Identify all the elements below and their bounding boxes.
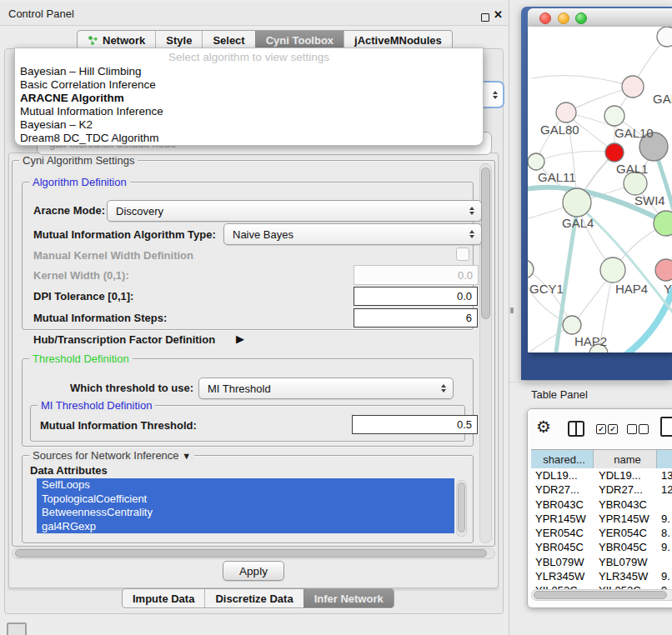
node-red[interactable] xyxy=(605,143,624,162)
show-columns-icon[interactable] xyxy=(568,421,584,437)
table-row[interactable]: YDL19...YDL19...13 xyxy=(531,468,672,482)
deselect-all-checkbox-icon[interactable] xyxy=(639,424,649,434)
tab-discretize-data[interactable]: Discretize Data xyxy=(204,589,303,608)
node-label: GAL4 xyxy=(562,216,594,230)
kernel-width-field[interactable]: 0.0 xyxy=(354,265,479,285)
node-gal80[interactable] xyxy=(556,102,576,122)
which-threshold-combo[interactable]: MI Threshold xyxy=(198,378,454,399)
table-row[interactable]: YBL079WYBL079W xyxy=(531,555,672,569)
table-row[interactable]: YBR045CYBR045C9. xyxy=(531,540,672,554)
mi-steps-field[interactable]: 6 xyxy=(354,308,478,328)
control-panel-titlebar: Control Panel ✕ xyxy=(0,2,509,26)
scrollbar-thumb[interactable] xyxy=(458,482,465,532)
mi-steps-label: Mutual Information Steps: xyxy=(33,312,167,324)
kernel-width-value: 0.0 xyxy=(458,269,473,282)
select-all-checkbox-icon[interactable]: ✓ xyxy=(596,424,606,434)
attribute-item[interactable]: BetweennessCentrality xyxy=(37,506,454,520)
scrollbar-thumb[interactable] xyxy=(15,549,487,558)
node-pink-right[interactable] xyxy=(655,259,672,281)
column-header[interactable] xyxy=(657,450,672,469)
tab-impute-data[interactable]: Impute Data xyxy=(123,589,204,608)
node-hap2[interactable] xyxy=(563,316,581,334)
table-cell: YIL052C xyxy=(594,583,657,589)
column-header[interactable]: name xyxy=(594,450,657,469)
attributes-scrollbar[interactable] xyxy=(456,480,467,537)
node-gal10[interactable] xyxy=(604,106,624,126)
gear-icon[interactable]: ⚙ xyxy=(536,418,551,435)
scrollbar-thumb[interactable] xyxy=(481,168,490,319)
mi-type-combo[interactable]: Naive Bayes xyxy=(223,223,482,245)
table-row[interactable]: YLR345WYLR345W9. xyxy=(531,569,672,583)
sources-collapse-arrow-icon[interactable]: ▼ xyxy=(182,451,191,461)
close-icon[interactable]: ✕ xyxy=(494,8,503,21)
settings-horizontal-scrollbar[interactable] xyxy=(12,548,495,559)
algorithm-item[interactable]: Mutual Information Inference xyxy=(15,105,483,118)
deselect-all-checkbox-icon[interactable] xyxy=(627,424,637,434)
algorithm-item[interactable]: Dream8 DC_TDC Algorithm xyxy=(15,132,483,145)
table-cell: 8. xyxy=(657,526,672,540)
table-cell: YDR27... xyxy=(531,482,594,497)
node-hap4[interactable] xyxy=(600,258,625,282)
tab-network[interactable]: Network xyxy=(78,31,155,49)
panel-resize-handle[interactable] xyxy=(510,308,514,313)
scrollbar-thumb[interactable] xyxy=(534,591,667,599)
apply-button[interactable]: Apply xyxy=(223,561,284,581)
mi-type-value: Naive Bayes xyxy=(233,228,293,241)
select-all-checkbox-icon[interactable]: ✓ xyxy=(608,424,618,434)
node-top-partial[interactable] xyxy=(657,27,672,47)
screen: { "window": { "title": "Control Panel" }… xyxy=(0,0,672,635)
mi-threshold-value: 0.5 xyxy=(457,418,472,431)
table-row[interactable]: YDR27...YDR27...12 xyxy=(531,482,672,497)
attribute-item[interactable]: TopologicalCoefficient xyxy=(37,492,454,507)
zoom-button[interactable] xyxy=(575,12,587,24)
dpi-tolerance-field[interactable]: 0.0 xyxy=(354,287,478,306)
settings-vertical-scrollbar[interactable] xyxy=(479,163,492,543)
table-cell: YDL19... xyxy=(531,468,594,482)
control-panel: Control Panel ✕ NetworkStyleSelectCyni T… xyxy=(0,0,509,635)
aracne-mode-combo[interactable]: Discovery xyxy=(107,200,482,222)
table-row[interactable]: YER054CYER054C8. xyxy=(531,526,672,540)
attribute-item[interactable]: SelfLoops xyxy=(37,478,454,492)
table-row[interactable]: YBR043CYBR043C xyxy=(531,498,672,512)
tab-select[interactable]: Select xyxy=(202,31,254,49)
node-label: GAL80 xyxy=(540,122,579,137)
network-window-titlebar[interactable] xyxy=(528,8,672,28)
node-green-right[interactable] xyxy=(654,211,672,236)
tab-jactivemnodules[interactable]: jActiveMNodules xyxy=(344,31,452,49)
table-row[interactable]: YIL052CYIL052C9. xyxy=(531,583,672,589)
node-gal11[interactable] xyxy=(528,153,544,170)
minimized-panel-icon[interactable] xyxy=(7,622,27,635)
algorithm-item[interactable]: ARACNE Algorithm xyxy=(15,92,483,105)
float-window-icon[interactable] xyxy=(481,13,489,22)
tab-style[interactable]: Style xyxy=(155,31,202,49)
tab-label: Discretize Data xyxy=(215,592,293,605)
aracne-mode-value: Discovery xyxy=(116,205,163,218)
attribute-item[interactable]: gal4RGexp xyxy=(37,520,454,534)
table-row[interactable]: YPR145WYPR145W9. xyxy=(531,512,672,526)
tab-label: Style xyxy=(166,34,192,47)
node-gcy1[interactable] xyxy=(528,260,534,278)
algorithm-item[interactable]: Basic Correlation Inference xyxy=(15,78,483,92)
node-label: GAL11 xyxy=(538,170,576,184)
close-button[interactable] xyxy=(539,12,551,24)
node-label: HAP2 xyxy=(574,334,607,348)
algorithm-item[interactable]: Bayesian – K2 xyxy=(15,118,483,132)
mi-threshold-field[interactable]: 0.5 xyxy=(352,415,478,434)
which-threshold-label: Which threshold to use: xyxy=(70,382,193,394)
tab-infer-network[interactable]: Infer Network xyxy=(303,589,394,608)
minimize-button[interactable] xyxy=(558,12,569,24)
tab-label: Network xyxy=(103,34,145,47)
panel-title: Control Panel xyxy=(8,8,74,20)
hub-expand-arrow-icon[interactable]: ▶ xyxy=(236,332,244,345)
node-gal4[interactable] xyxy=(563,188,591,217)
export-table-icon[interactable] xyxy=(660,417,672,437)
divider xyxy=(509,382,672,382)
node-gal-top[interactable] xyxy=(622,76,644,98)
table-horizontal-scrollbar[interactable] xyxy=(531,589,672,601)
manual-kernel-checkbox[interactable] xyxy=(456,248,469,261)
column-header[interactable]: shared... xyxy=(531,450,594,469)
tab-cyni-toolbox[interactable]: Cyni Toolbox xyxy=(255,31,344,49)
node-label: GAL xyxy=(653,92,672,106)
network-canvas[interactable]: GALGAL80GAL10GAL1GAL11SWI4GAL4GCY1HAP4YH… xyxy=(528,27,672,352)
algorithm-item[interactable]: Bayesian – Hill Climbing xyxy=(15,65,483,78)
